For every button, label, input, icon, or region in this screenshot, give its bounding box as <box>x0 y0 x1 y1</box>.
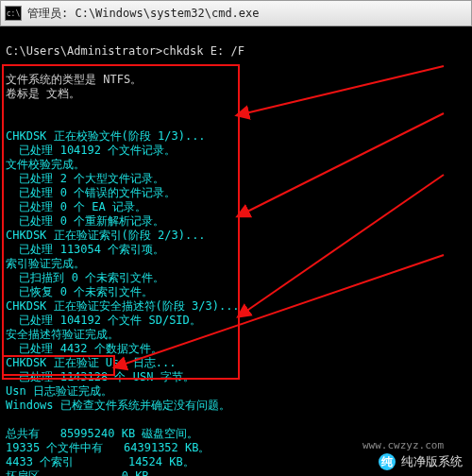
cmd-window: c:\ 管理员: C:\Windows\system32\cmd.exe C:\… <box>0 0 472 476</box>
cmd-icon: c:\ <box>5 6 22 21</box>
chkdsk-output: CHKDSK 正在校验文件(阶段 1/3)... 已处理 104192 个文件记… <box>6 129 248 476</box>
watermark-brand: 纯净版系统 <box>401 453 463 470</box>
fs-type-lines: 文件系统的类型是 NTFS。 卷标是 文档。 <box>6 73 142 100</box>
watermark-url: www.cwzyz.com <box>362 439 444 451</box>
watermark: 纯 纯净版系统 <box>379 453 463 470</box>
terminal-output[interactable]: C:\Users\Administrator>chkdsk E: /F 文件系统… <box>0 26 472 476</box>
window-title: 管理员: C:\Windows\system32\cmd.exe <box>27 6 260 22</box>
watermark-badge-icon: 纯 <box>379 453 396 470</box>
cmd-icon-label: c:\ <box>7 9 20 18</box>
prompt-line-1: C:\Users\Administrator>chkdsk E: /F <box>6 44 244 58</box>
window-titlebar[interactable]: c:\ 管理员: C:\Windows\system32\cmd.exe <box>0 0 472 26</box>
